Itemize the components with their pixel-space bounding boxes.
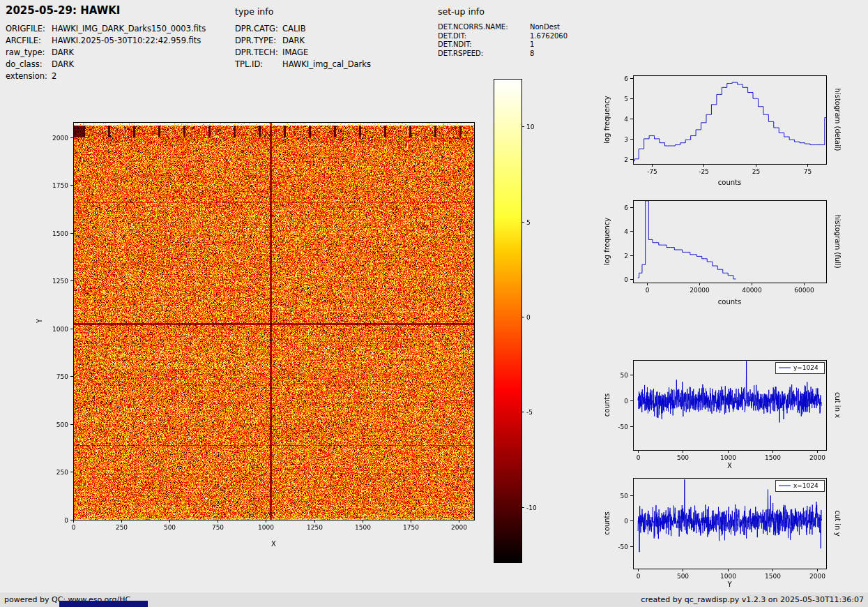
info-value: 1 xyxy=(530,40,534,50)
info-row: DET.NDIT:1 xyxy=(438,40,568,50)
dark-frame-image-plot xyxy=(21,103,495,571)
info-value: IMAGE xyxy=(282,47,308,59)
info-value: DARK xyxy=(52,59,74,70)
info-label: ORIGFILE: xyxy=(6,23,52,35)
info-row: DPR.TYPE:DARK xyxy=(235,35,371,47)
info-label: DPR.CATG: xyxy=(235,23,282,35)
histogram-full-plot xyxy=(594,192,866,321)
info-row: extension:2 xyxy=(6,70,206,82)
info-row: raw_type:DARK xyxy=(6,47,206,59)
histogram-detail-plot xyxy=(594,66,866,199)
cut-in-y-plot xyxy=(594,471,866,604)
info-value: 8 xyxy=(530,50,534,59)
info-label: ARCFILE: xyxy=(6,35,52,47)
info-row: DET.RSPEED:8 xyxy=(438,50,568,59)
info-row: TPL.ID:HAWKI_img_cal_Darks xyxy=(235,59,371,70)
info-row: DET.DIT:1.6762060 xyxy=(438,32,568,41)
info-row: DPR.CATG:CALIB xyxy=(235,23,371,35)
setup-info-block: DET.NCORRS.NAME:NonDest DET.DIT:1.676206… xyxy=(438,23,568,58)
info-value: HAWKI_IMG_DARK_Darks150_0003.fits xyxy=(52,23,206,35)
footer-accent-bar xyxy=(59,601,148,607)
info-label: extension: xyxy=(6,70,52,82)
page-title: 2025-05-29: HAWKI xyxy=(6,4,120,17)
footer-right-text: created by qc_rawdisp.py v1.2.3 on 2025-… xyxy=(641,595,864,604)
info-label: DET.DIT: xyxy=(438,32,530,41)
info-label: TPL.ID: xyxy=(235,59,282,70)
type-info-heading: type info xyxy=(235,6,273,17)
info-value: NonDest xyxy=(530,23,560,32)
colorbar xyxy=(481,68,551,575)
info-value: HAWKI.2025-05-30T10:22:42.959.fits xyxy=(52,35,201,47)
info-label: do_class: xyxy=(6,59,52,70)
info-label: DET.NCORRS.NAME: xyxy=(438,23,530,32)
info-value: 2 xyxy=(52,70,56,82)
qc-report-page: 2025-05-29: HAWKI type info set-up info … xyxy=(0,0,868,607)
cut-in-x-plot xyxy=(594,352,866,485)
info-label: DPR.TYPE: xyxy=(235,35,282,47)
file-info-block: ORIGFILE:HAWKI_IMG_DARK_Darks150_0003.fi… xyxy=(6,23,206,82)
info-label: DET.RSPEED: xyxy=(438,50,530,59)
info-label: raw_type: xyxy=(6,47,52,59)
info-value: HAWKI_img_cal_Darks xyxy=(282,59,371,70)
info-row: DPR.TECH:IMAGE xyxy=(235,47,371,59)
info-row: ARCFILE:HAWKI.2025-05-30T10:22:42.959.fi… xyxy=(6,35,206,47)
info-label: DET.NDIT: xyxy=(438,40,530,50)
info-label: DPR.TECH: xyxy=(235,47,282,59)
info-value: CALIB xyxy=(282,23,306,35)
info-value: DARK xyxy=(52,47,74,59)
info-row: do_class:DARK xyxy=(6,59,206,70)
info-row: ORIGFILE:HAWKI_IMG_DARK_Darks150_0003.fi… xyxy=(6,23,206,35)
info-value: DARK xyxy=(282,35,305,47)
info-row: DET.NCORRS.NAME:NonDest xyxy=(438,23,568,32)
info-value: 1.6762060 xyxy=(530,32,568,41)
setup-info-heading: set-up info xyxy=(438,6,485,17)
type-info-block: DPR.CATG:CALIB DPR.TYPE:DARK DPR.TECH:IM… xyxy=(235,23,371,70)
